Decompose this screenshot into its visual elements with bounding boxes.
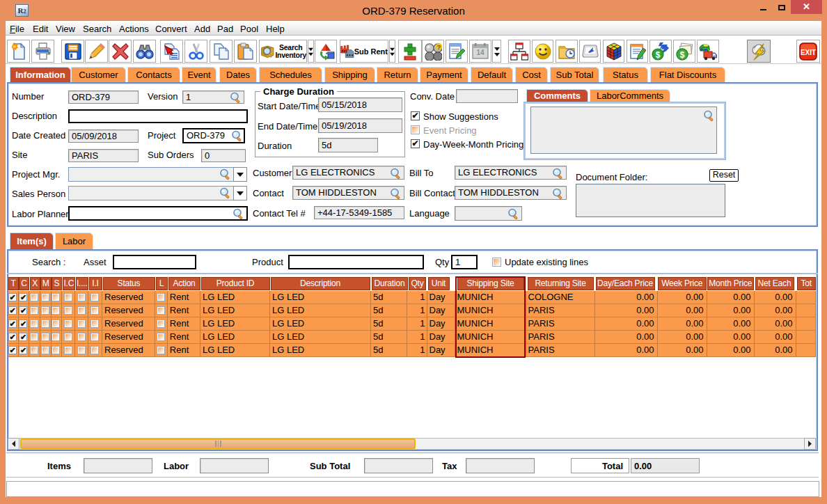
- svg-text:?: ?: [437, 42, 441, 50]
- svg-text:$: $: [680, 49, 685, 59]
- svg-text:14: 14: [476, 49, 485, 56]
- svg-text:$: $: [656, 49, 661, 59]
- svg-text:EXIT: EXIT: [801, 49, 816, 56]
